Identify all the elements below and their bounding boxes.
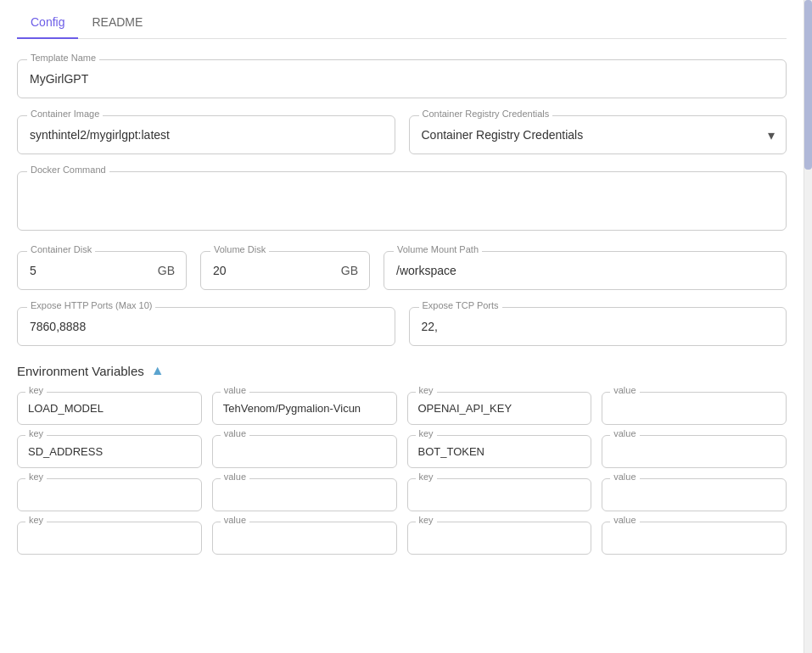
template-name-label: Template Name [27,53,99,63]
env-key4-label: key [416,428,437,438]
env-row-4: key value key value [17,522,787,555]
scrollbar[interactable] [804,0,812,653]
registry-credentials-label: Container Registry Credentials [419,109,553,119]
template-name-wrapper: Template Name [17,59,787,98]
env-value8-label: value [610,515,639,525]
docker-command-label: Docker Command [27,165,109,175]
env-key6-input[interactable] [407,478,592,511]
env-value8-wrapper: value [602,522,787,555]
env-value6-wrapper: value [602,478,787,511]
env-value3-input[interactable] [212,435,397,468]
env-value5-input[interactable] [212,478,397,511]
tcp-ports-label: Expose TCP Ports [419,300,502,310]
container-disk-input[interactable] [17,251,187,290]
env-key3-input[interactable] [17,435,202,468]
env-key5-input[interactable] [17,478,202,511]
env-key7-input[interactable] [17,522,202,555]
env-value1-label: value [221,385,249,395]
container-image-wrapper: Container Image [17,115,395,154]
ports-row: Expose HTTP Ports (Max 10) Expose TCP Po… [17,307,787,346]
tabs-container: Config README [17,0,787,39]
env-key1-wrapper: key [17,392,202,425]
chevron-up-icon[interactable]: ▲ [151,363,165,378]
env-key1-input[interactable] [17,392,202,425]
env-value8-input[interactable] [602,522,787,555]
container-disk-label: Container Disk [27,244,95,254]
http-ports-label: Expose HTTP Ports (Max 10) [27,300,155,310]
env-key7-label: key [25,515,47,525]
scrollbar-thumb[interactable] [804,0,812,170]
env-value4-input[interactable] [602,435,787,468]
volume-disk-input[interactable] [200,251,370,290]
env-value5-label: value [221,472,249,482]
volume-disk-label: Volume Disk [210,244,269,254]
registry-credentials-select[interactable]: Container Registry Credentials [409,115,787,154]
env-key2-wrapper: key [407,392,592,425]
env-row-1: key value key value [17,392,787,425]
volume-mount-label: Volume Mount Path [394,244,482,254]
env-section-title: Environment Variables [17,364,144,378]
env-value4-label: value [610,428,639,438]
env-key3-wrapper: key [17,435,202,468]
env-value3-label: value [221,428,249,438]
image-credentials-row: Container Image Container Registry Crede… [17,115,787,154]
docker-command-wrapper: Docker Command [17,171,787,234]
env-value7-wrapper: value [212,522,397,555]
env-value2-wrapper: value [602,392,787,425]
disk-row: Container Disk GB Volume Disk GB Volume … [17,251,787,290]
env-key4-wrapper: key [407,435,592,468]
env-row-3: key value key value [17,478,787,511]
env-key2-input[interactable] [407,392,592,425]
template-name-input[interactable] [17,59,787,98]
env-key5-wrapper: key [17,478,202,511]
env-row-2: key value key value [17,435,787,468]
volume-mount-wrapper: Volume Mount Path [384,251,787,290]
env-value1-input[interactable] [212,392,397,425]
env-value1-wrapper: value [212,392,397,425]
env-key8-label: key [416,515,437,525]
env-section-header: Environment Variables ▲ [17,363,787,378]
tab-readme[interactable]: README [78,7,156,39]
volume-disk-wrapper: Volume Disk GB [200,251,370,290]
env-value3-wrapper: value [212,435,397,468]
tcp-ports-wrapper: Expose TCP Ports [409,307,787,346]
http-ports-input[interactable] [17,307,395,346]
env-value6-input[interactable] [602,478,787,511]
template-name-group: Template Name [17,59,787,98]
main-content: Config README Template Name Container Im… [0,0,804,653]
env-key6-label: key [416,472,437,482]
tcp-ports-input[interactable] [409,307,787,346]
registry-credentials-wrapper: Container Registry Credentials Container… [409,115,787,154]
env-value2-label: value [610,385,639,395]
volume-mount-input[interactable] [384,251,787,290]
env-value7-input[interactable] [212,522,397,555]
env-key8-input[interactable] [407,522,592,555]
container-disk-wrapper: Container Disk GB [17,251,187,290]
container-image-input[interactable] [17,115,395,154]
env-key6-wrapper: key [407,478,592,511]
env-value7-label: value [221,515,249,525]
container-image-label: Container Image [27,109,103,119]
page-container: Config README Template Name Container Im… [0,0,812,653]
env-key8-wrapper: key [407,522,592,555]
tab-config[interactable]: Config [17,7,78,39]
env-key1-label: key [25,385,47,395]
http-ports-wrapper: Expose HTTP Ports (Max 10) [17,307,395,346]
env-key7-wrapper: key [17,522,202,555]
env-value2-input[interactable] [602,392,787,425]
env-key4-input[interactable] [407,435,592,468]
env-key5-label: key [25,472,47,482]
env-key2-label: key [416,385,437,395]
docker-command-input[interactable] [17,171,787,231]
env-value6-label: value [610,472,639,482]
env-key3-label: key [25,428,47,438]
env-value5-wrapper: value [212,478,397,511]
env-value4-wrapper: value [602,435,787,468]
